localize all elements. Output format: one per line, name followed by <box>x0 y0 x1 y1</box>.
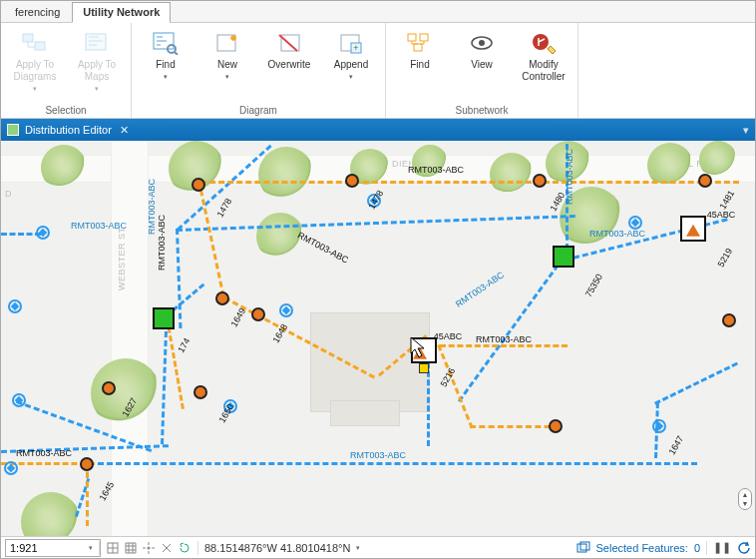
subnetwork-find-button[interactable]: Find <box>392 27 448 73</box>
svg-rect-6 <box>281 35 299 51</box>
basemap-road <box>111 141 149 538</box>
snap-guides-icon[interactable] <box>124 541 138 555</box>
status-bar: ▾ 88.1514876°W 41.8010418°N ▾ Selected F… <box>1 536 755 558</box>
selected-features-label: Selected Features: <box>596 542 688 554</box>
coord-format-dropdown[interactable]: ▾ <box>356 544 360 552</box>
modify-controller-button[interactable]: Modify Controller <box>516 27 571 85</box>
sensor-node[interactable] <box>8 299 22 313</box>
group-label-selection: Selection <box>45 103 86 116</box>
modify-controller-label: Modify Controller <box>522 59 565 83</box>
sensor-node[interactable] <box>279 303 293 317</box>
node-label: 75350 <box>583 273 604 299</box>
primary-line <box>654 362 738 405</box>
diagram-new-button[interactable]: New ▾ <box>199 27 255 83</box>
corrections-icon[interactable] <box>178 541 191 555</box>
find-diagram-icon <box>152 29 180 57</box>
secondary-line <box>440 344 567 347</box>
chevron-down-icon: ▾ <box>33 85 37 93</box>
chevron-down-icon: ▼ <box>742 500 749 507</box>
junction-node[interactable] <box>102 381 116 395</box>
append-icon: + <box>337 29 365 57</box>
node-label: 1649 <box>229 306 248 328</box>
refresh-icon[interactable] <box>737 541 751 555</box>
tab-utility-network[interactable]: Utility Network <box>72 2 171 23</box>
sensor-node[interactable] <box>628 216 642 230</box>
apply-diagrams-label: Apply To Diagrams <box>14 59 57 83</box>
line-label: RMT003-ABC <box>157 215 167 271</box>
primary-line <box>427 362 430 446</box>
eye-icon <box>468 29 496 57</box>
coordinates-readout: 88.1514876°W 41.8010418°N <box>204 542 350 554</box>
basemap-tree <box>258 147 314 203</box>
basemap-tree <box>412 145 448 181</box>
junction-node[interactable] <box>345 174 359 188</box>
sensor-node[interactable] <box>4 461 18 475</box>
overwrite-icon <box>275 29 303 57</box>
map-scale-input[interactable] <box>5 539 101 557</box>
svg-rect-11 <box>420 34 428 41</box>
find-diagram-label: Find <box>156 59 175 71</box>
secondary-line <box>200 181 739 184</box>
new-diagram-icon <box>213 29 241 57</box>
line-label: RMT003-ABC <box>71 221 127 231</box>
snap-grid-icon[interactable] <box>106 541 120 555</box>
node-label: 1647 <box>667 434 686 456</box>
line-label: RMT003-ABC <box>476 334 532 344</box>
close-icon[interactable]: ✕ <box>120 124 129 137</box>
apply-to-maps-button[interactable]: Apply To Maps ▾ <box>69 27 125 95</box>
subnetwork-view-button[interactable]: View <box>454 27 510 73</box>
square-device[interactable] <box>553 246 574 268</box>
pause-drawing-icon[interactable]: ❚❚ <box>713 541 731 554</box>
ribbon-tabstrip: ferencing Utility Network <box>1 1 755 23</box>
sensor-node[interactable] <box>12 393 26 407</box>
secondary-line <box>470 425 560 428</box>
apply-diagrams-icon <box>21 29 49 57</box>
basemap-tree <box>41 145 87 191</box>
diagram-overwrite-button[interactable]: Overwrite <box>261 27 317 73</box>
road-label-webster: WEBSTER ST <box>117 227 127 290</box>
snap-toggle-icon[interactable] <box>142 541 156 555</box>
selection-chip-icon[interactable] <box>576 541 590 555</box>
apply-to-diagrams-button[interactable]: Apply To Diagrams ▾ <box>7 27 63 95</box>
nav-wheel[interactable]: ▲ ▼ <box>738 488 752 510</box>
junction-node[interactable] <box>549 419 563 433</box>
new-diagram-label: New <box>217 59 237 71</box>
pane-title: Distribution Editor <box>25 124 112 136</box>
group-label-subnetwork: Subnetwork <box>456 103 509 116</box>
feature-label: 45ABC <box>434 331 463 341</box>
node-label: 1481 <box>718 189 737 211</box>
basemap-building <box>330 400 400 426</box>
junction-node[interactable] <box>215 291 229 305</box>
junction-node[interactable] <box>251 307 265 321</box>
junction-node[interactable] <box>533 174 547 188</box>
svg-rect-0 <box>23 34 33 42</box>
junction-node[interactable] <box>698 174 712 188</box>
junction-node[interactable] <box>722 313 736 327</box>
diagram-append-button[interactable]: + Append ▾ <box>323 27 379 83</box>
svg-rect-10 <box>408 34 416 41</box>
find-sub-label: Find <box>410 59 429 71</box>
junction-node[interactable] <box>80 457 94 471</box>
chevron-up-icon: ▲ <box>742 491 749 498</box>
svg-rect-2 <box>86 34 106 50</box>
square-device[interactable] <box>153 307 175 329</box>
line-label: RMT003-ABC <box>454 270 506 309</box>
dynamic-constraints-icon[interactable] <box>160 541 174 555</box>
chevron-down-icon: ▾ <box>225 73 229 81</box>
map-view[interactable]: WEBSTER ST W DIEHL RD W HL RD D RMT003-A… <box>1 141 755 538</box>
junction-node[interactable] <box>193 385 207 399</box>
line-label: RMT003-ABC <box>16 448 72 458</box>
sensor-node[interactable] <box>36 226 50 240</box>
diagram-find-button[interactable]: Find ▾ <box>138 27 193 83</box>
sensor-node[interactable] <box>652 419 666 433</box>
mouse-cursor-icon <box>410 336 430 360</box>
triangle-icon <box>686 225 700 237</box>
pane-menu-button[interactable]: ▾ <box>743 124 749 137</box>
junction-node[interactable] <box>191 178 205 192</box>
node-label: 5219 <box>716 247 735 269</box>
secondary-line <box>86 462 89 526</box>
svg-rect-12 <box>414 44 422 51</box>
tab-referencing[interactable]: ferencing <box>5 3 70 22</box>
group-label-diagram: Diagram <box>239 103 277 116</box>
node-label: 1650 <box>217 402 236 424</box>
